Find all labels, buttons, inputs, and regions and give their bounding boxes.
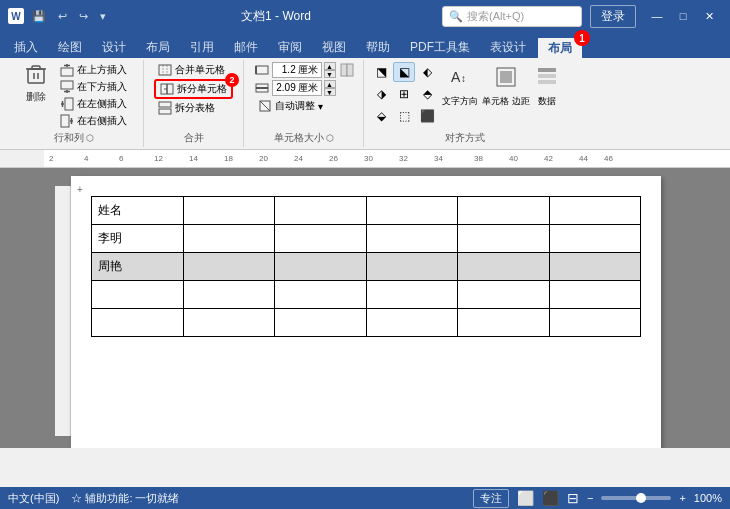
tab-review[interactable]: 审阅 [268,36,312,58]
align-middle-right[interactable]: ⬘ [416,84,438,104]
table-cell[interactable] [275,197,367,225]
rows-cols-expand-icon[interactable]: ⬡ [86,133,94,143]
table-cell[interactable]: 姓名 [92,197,184,225]
focus-button[interactable]: 专注 [473,489,509,508]
view-mode-icon-2[interactable]: ⬛ [542,490,559,506]
table-cell[interactable] [275,281,367,309]
zoom-slider[interactable] [601,496,671,500]
zoom-percentage[interactable]: 100% [694,492,722,504]
title-bar-left: W 💾 ↩ ↪ ▾ [8,8,110,25]
align-top-right[interactable]: ⬖ [416,62,438,82]
split-table-button[interactable]: 拆分表格 [154,100,233,116]
table-cell[interactable]: 周艳 [92,253,184,281]
ribbon: 删除 在上方插入 在下方插入 在左侧插入 在右侧插入 [0,58,730,150]
view-mode-icon-3[interactable]: ⊟ [567,490,579,506]
tab-layout-table[interactable]: 布局 1 [536,36,584,58]
table-cell[interactable] [366,197,458,225]
insert-left-button[interactable]: 在左侧插入 [57,96,130,112]
language-indicator[interactable]: 中文(中国) [8,491,59,506]
delete-button[interactable]: 删除 [17,62,55,106]
quick-save-icon[interactable]: 💾 [28,8,50,25]
table-cell[interactable] [366,309,458,337]
align-middle-left[interactable]: ⬗ [370,84,392,104]
merge-cells-button[interactable]: 合并单元格 [154,62,233,78]
table-cell[interactable] [92,309,184,337]
cell-width-down[interactable]: ▼ [324,88,336,96]
table-cell[interactable] [366,225,458,253]
cell-height-up[interactable]: ▲ [324,62,336,70]
quick-redo-icon[interactable]: ↪ [75,8,92,25]
text-direction-label: 文字方向 [442,95,478,108]
align-top-center[interactable]: ⬕ [393,62,415,82]
table-cell[interactable] [549,253,641,281]
svg-rect-37 [538,68,556,72]
tab-insert[interactable]: 插入 [4,36,48,58]
table-cell[interactable] [366,253,458,281]
table-cell[interactable] [458,281,550,309]
insert-below-button[interactable]: 在下方插入 [57,79,130,95]
table-cell[interactable] [92,281,184,309]
close-button[interactable]: ✕ [696,6,722,26]
tab-layout-page[interactable]: 布局 [136,36,180,58]
align-bottom-center[interactable]: ⬚ [393,106,415,126]
tab-design[interactable]: 设计 [92,36,136,58]
auto-adjust-dropdown-icon[interactable]: ▾ [318,101,323,112]
cell-size-expand-icon[interactable]: ⬡ [326,133,334,143]
cell-height-down[interactable]: ▼ [324,70,336,78]
auto-adjust-button[interactable]: 自动调整 ▾ [254,98,327,114]
text-direction-button[interactable]: A ↕ [447,62,473,94]
search-box[interactable]: 🔍 搜索(Alt+Q) [442,6,582,27]
table-cell[interactable] [458,253,550,281]
table-cell[interactable] [549,197,641,225]
table-cell[interactable] [549,309,641,337]
tab-pdf[interactable]: PDF工具集 [400,36,480,58]
minimize-button[interactable]: — [644,6,670,26]
quick-undo-icon[interactable]: ↩ [54,8,71,25]
tab-draw[interactable]: 绘图 [48,36,92,58]
accessibility-indicator[interactable]: ☆ 辅助功能: 一切就绪 [71,491,179,506]
view-mode-icon-1[interactable]: ⬜ [517,490,534,506]
zoom-out-icon[interactable]: − [587,492,593,504]
svg-rect-27 [341,64,347,76]
tab-references[interactable]: 引用 [180,36,224,58]
align-middle-center[interactable]: ⊞ [393,84,415,104]
document-page[interactable]: + 姓名 李明 [71,176,661,448]
table-cell[interactable]: 李明 [92,225,184,253]
table-cell[interactable] [275,309,367,337]
login-button[interactable]: 登录 [590,5,636,28]
tab-table-design[interactable]: 表设计 [480,36,536,58]
align-bottom-right[interactable]: ⬛ [416,106,438,126]
table-cell[interactable] [549,281,641,309]
tab-view[interactable]: 视图 [312,36,356,58]
table-cell[interactable] [183,253,275,281]
table-cell[interactable] [458,309,550,337]
tab-help[interactable]: 帮助 [356,36,400,58]
insert-above-button[interactable]: 在上方插入 [57,62,130,78]
tab-mail[interactable]: 邮件 [224,36,268,58]
cell-width-input[interactable]: 2.09 厘米 [272,80,322,96]
align-top-left[interactable]: ⬔ [370,62,392,82]
svg-rect-11 [65,98,73,110]
split-cells-button[interactable]: 拆分单元格 2 [154,79,233,99]
restore-button[interactable]: □ [670,6,696,26]
table-cell[interactable] [275,225,367,253]
table-cell[interactable] [183,197,275,225]
insert-right-button[interactable]: 在右侧插入 [57,113,130,129]
table-cell[interactable] [458,225,550,253]
table-cell[interactable] [549,225,641,253]
cell-margin-button[interactable] [493,62,519,94]
cell-width-up[interactable]: ▲ [324,80,336,88]
table-cell[interactable] [275,253,367,281]
align-bottom-left[interactable]: ⬙ [370,106,392,126]
table-cell[interactable] [366,281,458,309]
table-cell[interactable] [183,309,275,337]
table-cell[interactable] [183,225,275,253]
zoom-in-icon[interactable]: + [679,492,685,504]
data-button[interactable] [534,62,560,94]
cell-height-input[interactable]: 1.2 厘米 [272,62,322,78]
table-cell[interactable] [458,197,550,225]
customize-quick-access[interactable]: ▾ [96,8,110,25]
document-table[interactable]: 姓名 李明 [91,196,641,337]
zoom-thumb[interactable] [636,493,646,503]
table-cell[interactable] [183,281,275,309]
